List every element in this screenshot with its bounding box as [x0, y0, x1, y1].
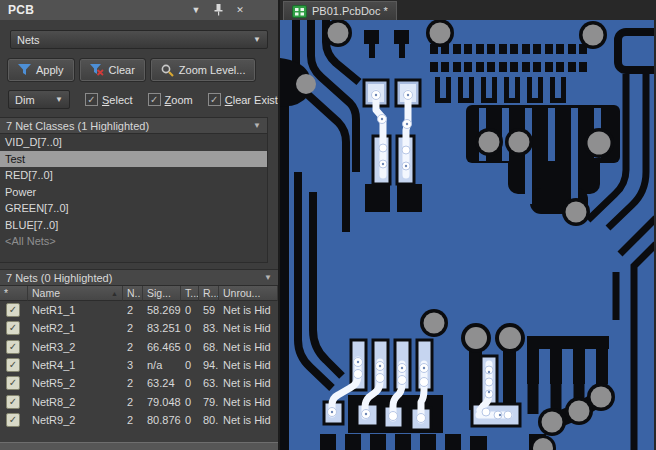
col-header-nodes[interactable]: N..	[123, 286, 143, 301]
net-row-r: 63.	[199, 374, 219, 392]
pcb-highlighted-l-pad	[469, 350, 520, 426]
net-row-unrouted: Net is Hid	[219, 411, 278, 429]
net-row-nodes: 2	[123, 411, 143, 429]
col-header-name[interactable]: Name ▲	[28, 286, 123, 301]
checkbox-check-icon: ✓	[208, 93, 221, 106]
zoom-level-button[interactable]: Zoom Level...	[151, 59, 256, 81]
net-classes-header[interactable]: 7 Net Classes (1 Highlighted) ▼	[0, 117, 267, 134]
net-table-row[interactable]: ✓NetR5_2263.24063.Net is Hid	[0, 374, 278, 392]
net-table-row[interactable]: ✓NetR1_1258.269059Net is Hid	[0, 301, 278, 319]
chevron-down-icon: ▼	[55, 95, 63, 104]
net-class-item[interactable]: Power	[0, 184, 267, 201]
net-class-item[interactable]: VID_D[7..0]	[0, 134, 267, 151]
net-row-r: 79.	[199, 392, 219, 410]
net-class-item-all-nets[interactable]: <All Nets>	[0, 233, 267, 250]
document-area: PB01.PcbDoc *	[280, 0, 656, 450]
net-table-row[interactable]: ✓NetR9_2280.876080.Net is Hid	[0, 411, 278, 429]
checkbox-check-icon: ✓	[6, 358, 20, 372]
checkbox-check-icon: ✓	[6, 413, 20, 427]
pcb-canvas[interactable]	[280, 20, 654, 450]
chevron-down-icon: ▼	[253, 35, 261, 44]
net-table-row[interactable]: ✓NetR2_1283.251083.Net is Hid	[0, 319, 278, 337]
net-row-name: NetR1_1	[28, 301, 123, 319]
net-row-r: 68.	[199, 338, 219, 356]
nets-header-label: 7 Nets (0 Highlighted)	[6, 272, 112, 284]
net-row-r: 80.	[199, 411, 219, 429]
nets-table-header: * Name ▲ N.. Sig... T... R... Unrou...	[0, 286, 278, 301]
net-row-t: 0	[181, 374, 199, 392]
clear-existing-checkbox-label: Clear Existing	[225, 94, 278, 106]
panel-mode-select[interactable]: Nets ▼	[10, 30, 268, 49]
net-class-item[interactable]: RED[7..0]	[0, 167, 267, 184]
tab-pb01-pcbdoc[interactable]: PB01.PcbDoc *	[283, 1, 397, 20]
net-row-t: 0	[181, 338, 199, 356]
net-table-row[interactable]: ✓NetR3_2266.465068.Net is Hid	[0, 338, 278, 356]
magnifier-icon	[161, 64, 174, 77]
col-header-name-label: Name	[32, 287, 60, 299]
panel-footer-bar	[0, 442, 278, 450]
document-tab-bar: PB01.PcbDoc *	[280, 0, 656, 20]
net-class-item-selected[interactable]: Test	[0, 151, 267, 168]
net-row-checkbox[interactable]: ✓	[0, 411, 28, 429]
net-row-checkbox[interactable]: ✓	[0, 374, 28, 392]
net-row-unrouted: Net is Hid	[219, 374, 278, 392]
col-header-t[interactable]: T...	[181, 286, 199, 301]
apply-button[interactable]: Apply	[8, 59, 74, 81]
clear-button[interactable]: Clear	[80, 59, 145, 81]
nets-table-empty-area	[0, 429, 278, 442]
dim-options-row: Dim ▼ ✓ Select ✓ Zoom ✓ Clear Existing	[8, 90, 278, 109]
net-classes-header-label: 7 Net Classes (1 Highlighted)	[6, 120, 149, 132]
net-row-r: 94.	[199, 356, 219, 374]
pcb-panel: PCB ▼ ✕ Nets ▼ Apply Clear Zoom	[0, 0, 280, 450]
net-row-unrouted: Net is Hid	[219, 301, 278, 319]
net-row-t: 0	[181, 301, 199, 319]
net-row-r: 83.	[199, 319, 219, 337]
dim-mode-select[interactable]: Dim ▼	[8, 90, 70, 109]
net-row-signal: 80.876	[143, 411, 181, 429]
net-row-nodes: 2	[123, 301, 143, 319]
net-row-name: NetR8_2	[28, 392, 123, 410]
filter-button-row: Apply Clear Zoom Level...	[8, 59, 278, 81]
checkbox-check-icon: ✓	[6, 376, 20, 390]
net-class-item[interactable]: GREEN[7..0]	[0, 200, 267, 217]
net-row-nodes: 2	[123, 374, 143, 392]
clear-button-label: Clear	[109, 64, 135, 76]
net-row-signal: 83.251	[143, 319, 181, 337]
panel-menu-chevron-icon[interactable]: ▼	[188, 3, 204, 17]
net-row-checkbox[interactable]: ✓	[0, 338, 28, 356]
net-row-t: 0	[181, 356, 199, 374]
col-header-unrouted[interactable]: Unrou...	[219, 286, 278, 301]
zoom-level-button-label: Zoom Level...	[179, 64, 246, 76]
net-table-row[interactable]: ✓NetR8_2279.048079.Net is Hid	[0, 392, 278, 410]
nets-header[interactable]: 7 Nets (0 Highlighted) ▼	[0, 269, 278, 286]
checkbox-check-icon: ✓	[6, 340, 20, 354]
col-header-checkbox[interactable]: *	[0, 286, 28, 301]
sort-ascending-icon: ▲	[111, 290, 118, 297]
clear-existing-checkbox[interactable]: ✓ Clear Existing	[208, 93, 278, 106]
pin-icon[interactable]	[210, 3, 226, 17]
panel-title: PCB	[8, 3, 34, 17]
net-class-item[interactable]: BLUE[7..0]	[0, 217, 267, 234]
net-row-r: 59	[199, 301, 219, 319]
net-row-t: 0	[181, 411, 199, 429]
net-row-checkbox[interactable]: ✓	[0, 301, 28, 319]
checkbox-check-icon: ✓	[148, 93, 161, 106]
select-checkbox[interactable]: ✓ Select	[85, 93, 133, 106]
checkbox-check-icon: ✓	[6, 395, 20, 409]
nets-table-body: ✓NetR1_1258.269059Net is Hid✓NetR2_1283.…	[0, 301, 278, 429]
net-row-name: NetR2_1	[28, 319, 123, 337]
col-header-signal[interactable]: Sig...	[143, 286, 181, 301]
net-row-checkbox[interactable]: ✓	[0, 356, 28, 374]
apply-button-label: Apply	[36, 64, 64, 76]
net-row-checkbox[interactable]: ✓	[0, 392, 28, 410]
col-header-r[interactable]: R...	[199, 286, 219, 301]
net-table-row[interactable]: ✓NetR4_13n/a094.Net is Hid	[0, 356, 278, 374]
pcb-panel-titlebar: PCB ▼ ✕	[0, 0, 278, 20]
nets-box: 7 Nets (0 Highlighted) ▼ * Name ▲ N.. Si…	[0, 269, 278, 450]
close-icon[interactable]: ✕	[232, 3, 248, 17]
net-row-unrouted: Net is Hid	[219, 392, 278, 410]
net-row-checkbox[interactable]: ✓	[0, 319, 28, 337]
net-row-name: NetR4_1	[28, 356, 123, 374]
zoom-checkbox[interactable]: ✓ Zoom	[148, 93, 193, 106]
net-row-name: NetR9_2	[28, 411, 123, 429]
